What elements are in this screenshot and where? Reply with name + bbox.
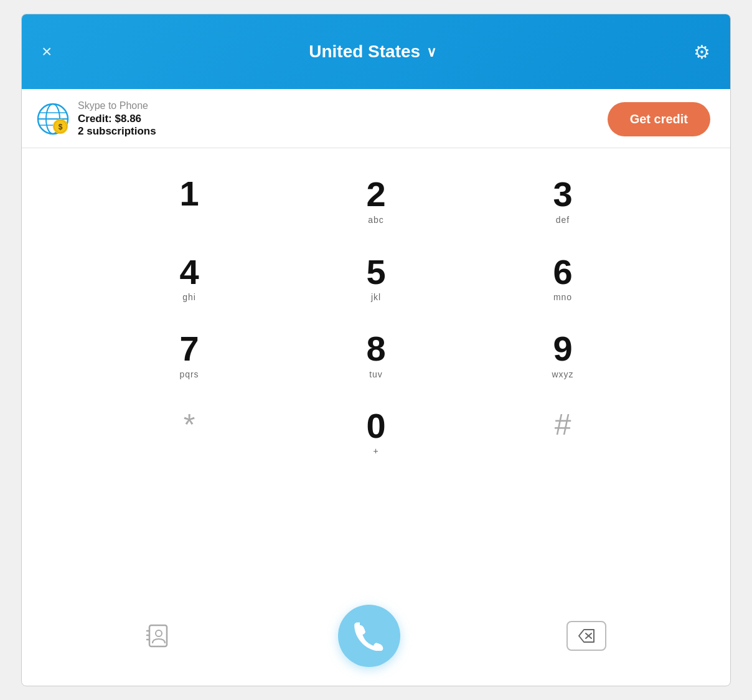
dial-num-5: 5 — [366, 253, 385, 291]
dial-key-9[interactable]: 9wxyz — [469, 316, 656, 393]
dial-letters-0: + — [373, 446, 378, 456]
dial-num-0: 0 — [366, 407, 385, 445]
svg-point-12 — [156, 630, 162, 636]
contacts-button[interactable] — [146, 623, 172, 649]
backspace-button[interactable] — [566, 621, 606, 651]
dial-key-5[interactable]: 5jkl — [283, 239, 469, 316]
contacts-icon — [146, 623, 172, 649]
dial-key-1[interactable]: 1 — [96, 161, 283, 239]
dialpad-grid: 12abc3def4ghi5jkl6mno7pqrs8tuv9wxyz*0+# — [96, 161, 656, 470]
dial-letters-8: tuv — [369, 369, 383, 379]
dial-num-9: 9 — [553, 329, 572, 368]
dial-num-#: # — [555, 409, 571, 442]
bottom-bar — [96, 598, 656, 686]
credit-info: $ Skype to Phone Credit: $8.86 2 subscri… — [37, 100, 156, 138]
dial-num-1: 1 — [179, 174, 199, 213]
dial-num-4: 4 — [179, 253, 199, 291]
header: × United States ∨ ⚙ — [22, 14, 730, 89]
get-credit-button[interactable]: Get credit — [608, 102, 710, 136]
dial-key-7[interactable]: 7pqrs — [96, 316, 283, 393]
subscriptions-label: 2 subscriptions — [78, 125, 156, 138]
dial-key-#[interactable]: # — [469, 393, 656, 470]
dial-key-3[interactable]: 3def — [469, 161, 656, 239]
country-name: United States — [309, 42, 420, 62]
dial-num-*: * — [184, 409, 195, 442]
dial-key-2[interactable]: 2abc — [283, 161, 469, 239]
dial-key-4[interactable]: 4ghi — [96, 239, 283, 316]
dial-key-6[interactable]: 6mno — [469, 239, 656, 316]
globe-icon: $ — [37, 103, 69, 135]
phone-icon — [354, 621, 384, 651]
dial-num-8: 8 — [366, 329, 385, 368]
call-button[interactable] — [338, 605, 400, 667]
dialpad: 12abc3def4ghi5jkl6mno7pqrs8tuv9wxyz*0+# — [22, 148, 730, 598]
close-button[interactable]: × — [42, 43, 52, 60]
app-container: × United States ∨ ⚙ $ Skype to Phone — [21, 14, 731, 686]
dial-letters-3: def — [556, 215, 570, 225]
dial-num-7: 7 — [179, 329, 199, 368]
country-selector[interactable]: United States ∨ — [309, 42, 436, 62]
backspace-inner — [578, 628, 595, 643]
dial-letters-7: pqrs — [179, 369, 199, 379]
dial-key-8[interactable]: 8tuv — [283, 316, 469, 393]
backspace-icon — [578, 628, 595, 643]
svg-text:$: $ — [59, 123, 63, 131]
chevron-down-icon: ∨ — [426, 44, 436, 60]
credit-details: Skype to Phone Credit: $8.86 2 subscript… — [78, 100, 156, 138]
credit-bar: $ Skype to Phone Credit: $8.86 2 subscri… — [22, 89, 730, 148]
dial-key-0[interactable]: 0+ — [283, 393, 469, 470]
dial-num-2: 2 — [366, 175, 385, 214]
dial-letters-5: jkl — [371, 292, 381, 302]
service-label: Skype to Phone — [78, 100, 156, 111]
settings-button[interactable]: ⚙ — [693, 41, 710, 63]
dial-num-6: 6 — [553, 253, 572, 291]
dial-letters-9: wxyz — [552, 369, 573, 379]
dial-letters-4: ghi — [182, 292, 196, 302]
dial-letters-2: abc — [368, 215, 384, 225]
dial-key-*[interactable]: * — [96, 393, 283, 470]
credit-amount: Credit: $8.86 — [78, 113, 156, 125]
dial-num-3: 3 — [553, 175, 572, 214]
dial-letters-6: mno — [553, 292, 572, 302]
